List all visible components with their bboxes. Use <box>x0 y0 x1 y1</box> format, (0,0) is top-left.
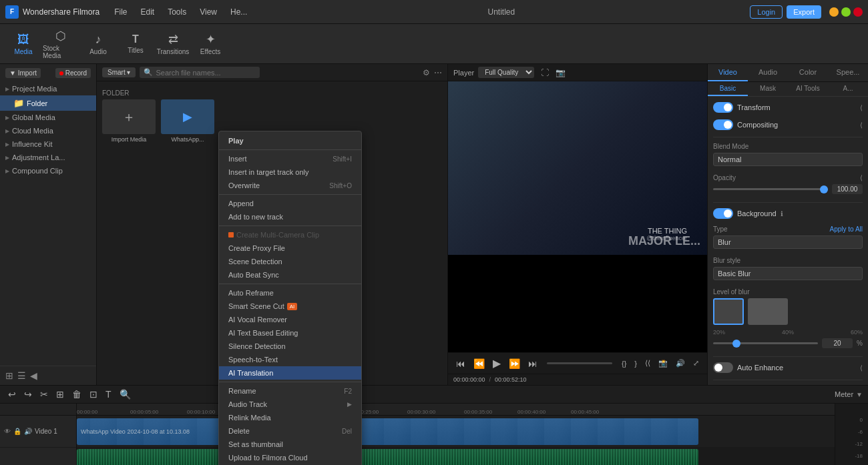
undo-button[interactable]: ↩ <box>5 388 19 401</box>
compositing-toggle[interactable] <box>713 119 733 130</box>
menu-help[interactable]: He... <box>225 5 252 19</box>
filter-icon[interactable]: ⚙ <box>423 68 430 77</box>
skip-forward-button[interactable]: ⏭ <box>525 357 540 370</box>
auto-enhance-toggle[interactable] <box>713 362 733 373</box>
tab-audio[interactable]: Audio <box>748 64 788 81</box>
skip-back-button[interactable]: ⏮ <box>453 357 468 370</box>
audio-clip-1[interactable] <box>77 449 698 465</box>
meter-expand[interactable]: ▼ <box>856 391 863 398</box>
import-button[interactable]: ▼ Import <box>5 68 41 78</box>
play-button[interactable]: ▶ <box>490 356 503 371</box>
menu-tools[interactable]: Tools <box>162 5 192 19</box>
list-view-btn[interactable]: ☰ <box>17 370 26 381</box>
tree-influence-kit[interactable]: ▶ Influence Kit <box>0 137 96 151</box>
video-eye-icon[interactable]: 👁 <box>4 428 11 435</box>
step-back-button[interactable]: ⏪ <box>471 357 487 370</box>
background-toggle[interactable] <box>713 208 733 219</box>
tree-folder[interactable]: 📁 Folder <box>0 95 96 111</box>
redo-button[interactable]: ↪ <box>21 388 35 401</box>
fullscreen-btn[interactable]: 🔊 <box>673 358 688 369</box>
opacity-slider[interactable] <box>713 188 828 190</box>
background-info-icon[interactable]: ℹ <box>781 210 783 217</box>
compositing-expand[interactable]: ⟨ <box>860 121 863 129</box>
auto-enhance-expand[interactable]: ⟨ <box>860 364 863 372</box>
menu-insert[interactable]: Insert Shift+I <box>219 152 361 165</box>
menu-delete[interactable]: Delete Del <box>219 424 361 438</box>
record-button[interactable]: Record <box>55 68 91 78</box>
menu-add-new-track[interactable]: Add to new track <box>219 210 361 223</box>
tree-adjustment-layer[interactable]: ▶ Adjustment La... <box>0 151 96 164</box>
blur-style-select[interactable]: Basic Blur Gaussian Blur <box>713 267 863 280</box>
tree-compound-clip[interactable]: ▶ Compound Clip <box>0 164 96 177</box>
video-lock-icon[interactable]: 🔒 <box>13 428 21 435</box>
search-input[interactable] <box>156 69 256 77</box>
menu-insert-target[interactable]: Insert in target track only <box>219 165 361 179</box>
snapshot-icon[interactable]: 📷 <box>556 68 566 77</box>
video-clip[interactable]: WhatsApp Video 2024-10-08 at 10.13.08 <box>77 418 698 445</box>
fit-screen-icon[interactable]: ⛶ <box>541 68 549 77</box>
blur-preview-1[interactable] <box>713 298 744 325</box>
blend-mode-select[interactable]: Normal Multiply Screen <box>713 153 863 166</box>
login-button[interactable]: Login <box>750 5 783 19</box>
video-audio-icon[interactable]: 🔊 <box>24 428 32 435</box>
menu-speech-to-text[interactable]: Speech-to-Text <box>219 353 361 366</box>
step-forward-button[interactable]: ⏩ <box>506 357 523 370</box>
menu-relink[interactable]: Relink Media <box>219 411 361 424</box>
settings-btn[interactable]: ⤢ <box>690 358 702 369</box>
opacity-expand[interactable]: ⟨ <box>860 174 863 181</box>
export-button[interactable]: Export <box>787 5 821 19</box>
menu-scene-detection[interactable]: Scene Detection <box>219 255 361 268</box>
prev-frame-btn[interactable]: ⟨⟨ <box>642 358 653 369</box>
subtab-ai-tools[interactable]: AI Tools <box>788 82 828 96</box>
menu-auto-reframe[interactable]: Auto Reframe <box>219 286 361 300</box>
crop-button[interactable]: ⊡ <box>87 388 100 401</box>
smart-filter-button[interactable]: Smart ▾ <box>102 67 136 77</box>
menu-view[interactable]: View <box>194 5 222 19</box>
whatsapp-video-thumb[interactable]: ▶ WhatsApp... <box>161 99 214 143</box>
subtab-basic[interactable]: Basic <box>708 82 748 96</box>
cut-button[interactable]: {} <box>619 358 629 369</box>
toolbar-stock-media[interactable]: ⬡ Stock Media <box>43 27 79 61</box>
quality-select[interactable]: Full Quality Half Quality <box>478 67 534 78</box>
subtab-mask[interactable]: Mask <box>748 82 788 96</box>
blur-level-value[interactable] <box>822 338 853 348</box>
toolbar-audio[interactable]: ♪ Audio <box>80 27 116 61</box>
cut-tool-button[interactable]: ✂ <box>37 388 51 401</box>
tab-speed[interactable]: Spee... <box>828 64 868 81</box>
menu-auto-beat[interactable]: Auto Beat Sync <box>219 268 361 282</box>
toolbar-media[interactable]: 🖼 Media <box>5 27 41 61</box>
snapshot-btn[interactable]: 📸 <box>656 358 670 369</box>
progress-bar[interactable] <box>547 362 612 364</box>
tab-color[interactable]: Color <box>788 64 828 81</box>
menu-ai-text[interactable]: AI Text Based Editing <box>219 326 361 340</box>
menu-overwrite[interactable]: Overwrite Shift+O <box>219 179 361 192</box>
split-tool-button[interactable]: ⊞ <box>53 388 67 401</box>
toolbar-effects[interactable]: ✦ Effects <box>192 27 228 61</box>
toolbar-transitions[interactable]: ⇄ Transitions <box>155 27 191 61</box>
tree-global-media[interactable]: ▶ Global Media <box>0 111 96 124</box>
menu-append[interactable]: Append <box>219 197 361 210</box>
opacity-value[interactable] <box>832 184 863 194</box>
minimize-button[interactable] <box>829 7 839 17</box>
blur-level-slider[interactable] <box>713 342 818 344</box>
toolbar-titles[interactable]: T Titles <box>118 27 154 61</box>
import-media-thumb[interactable]: ＋ Import Media <box>102 99 156 143</box>
menu-rename[interactable]: Rename F2 <box>219 384 361 398</box>
menu-create-proxy[interactable]: Create Proxy File <box>219 242 361 255</box>
transform-expand[interactable]: ⟨ <box>860 104 863 111</box>
menu-upload-filmora[interactable]: Upload to Filmora Cloud <box>219 451 361 464</box>
type-select[interactable]: Blur Color <box>713 236 863 249</box>
menu-smart-scene-cut[interactable]: Smart Scene Cut AI <box>219 300 361 313</box>
menu-ai-vocal[interactable]: AI Vocal Remover <box>219 313 361 326</box>
maximize-button[interactable] <box>841 7 851 17</box>
tree-project-media[interactable]: ▶ Project Media <box>0 82 96 95</box>
menu-set-thumbnail[interactable]: Set as thumbnail <box>219 438 361 451</box>
blur-preview-2[interactable] <box>748 298 788 325</box>
tree-cloud-media[interactable]: ▶ Cloud Media <box>0 124 96 137</box>
collapse-panel-btn[interactable]: ◀ <box>30 370 37 381</box>
more-options-icon[interactable]: ⋯ <box>434 68 442 77</box>
zoom-button[interactable]: 🔍 <box>117 388 134 401</box>
split-button[interactable]: } <box>632 358 640 369</box>
close-button[interactable] <box>853 7 863 17</box>
transform-toggle[interactable] <box>713 102 733 113</box>
